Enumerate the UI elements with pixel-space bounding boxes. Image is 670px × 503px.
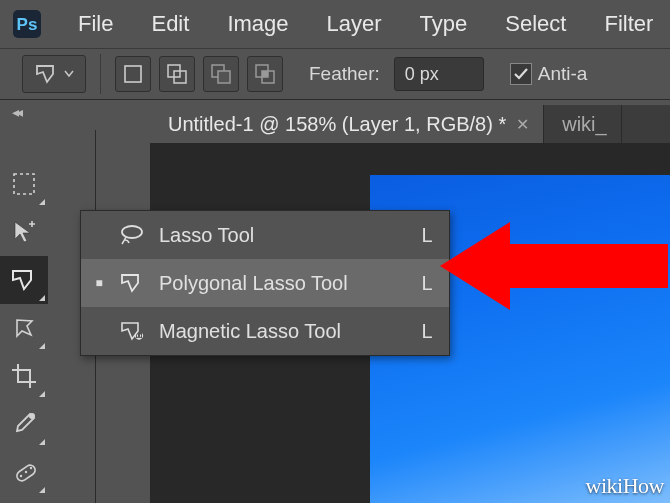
lasso-flyout: Lasso Tool L ■ Polygonal Lasso Tool L Ma… <box>80 210 450 356</box>
flyout-magnetic-lasso[interactable]: Magnetic Lasso Tool L <box>81 307 449 355</box>
menu-layer[interactable]: Layer <box>323 7 386 41</box>
antialias-label: Anti-a <box>538 63 588 85</box>
selection-add[interactable] <box>159 56 195 92</box>
antialias-checkbox[interactable] <box>510 63 532 85</box>
tool-healing[interactable] <box>0 448 48 496</box>
magnetic-lasso-icon <box>117 316 147 346</box>
tool-eyedropper[interactable] <box>0 400 48 448</box>
svg-point-13 <box>20 475 22 477</box>
polygonal-lasso-icon <box>117 268 147 298</box>
tool-crop[interactable] <box>0 352 48 400</box>
tool-brush[interactable] <box>0 496 48 503</box>
selection-new[interactable] <box>115 56 151 92</box>
app-logo: Ps <box>10 7 44 41</box>
flyout-shortcut: L <box>417 224 437 247</box>
flyout-polygonal-lasso[interactable]: ■ Polygonal Lasso Tool L <box>81 259 449 307</box>
close-icon[interactable]: ✕ <box>516 115 529 134</box>
svg-rect-10 <box>14 174 34 194</box>
document-tab-inactive[interactable]: wiki_ <box>544 105 621 143</box>
svg-point-11 <box>29 413 35 419</box>
svg-marker-20 <box>440 222 668 310</box>
selection-intersect[interactable] <box>247 56 283 92</box>
flyout-marker: ■ <box>93 276 105 290</box>
tab-title: Untitled-1 @ 158% (Layer 1, RGB/8) * <box>168 113 506 136</box>
svg-rect-2 <box>125 66 141 82</box>
tool-marquee[interactable] <box>0 160 48 208</box>
selection-subtract[interactable] <box>203 56 239 92</box>
svg-point-19 <box>122 226 142 238</box>
lasso-icon <box>117 220 147 250</box>
tool-lasso[interactable] <box>0 256 48 304</box>
panel-collapse[interactable]: ◂◂ <box>12 104 42 124</box>
menu-filter[interactable]: Filter <box>600 7 657 41</box>
menu-file[interactable]: File <box>74 7 117 41</box>
feather-input[interactable] <box>394 57 484 91</box>
flyout-shortcut: L <box>417 272 437 295</box>
menu-select[interactable]: Select <box>501 7 570 41</box>
feather-label: Feather: <box>309 63 380 85</box>
tool-move[interactable] <box>0 208 48 256</box>
tool-preset-picker[interactable] <box>22 55 86 93</box>
menu-image[interactable]: Image <box>223 7 292 41</box>
svg-point-14 <box>25 471 27 473</box>
flyout-label: Lasso Tool <box>159 224 405 247</box>
tool-quick-select[interactable] <box>0 304 48 352</box>
svg-rect-6 <box>218 71 230 83</box>
menu-edit[interactable]: Edit <box>147 7 193 41</box>
svg-text:Ps: Ps <box>17 15 38 34</box>
svg-point-15 <box>30 467 32 469</box>
flyout-label: Magnetic Lasso Tool <box>159 320 405 343</box>
document-tab-active[interactable]: Untitled-1 @ 158% (Layer 1, RGB/8) * ✕ <box>150 105 544 143</box>
callout-arrow <box>440 216 670 320</box>
watermark: wikiHow <box>586 473 664 499</box>
flyout-lasso[interactable]: Lasso Tool L <box>81 211 449 259</box>
tab-title: wiki_ <box>562 113 606 136</box>
flyout-label: Polygonal Lasso Tool <box>159 272 405 295</box>
flyout-shortcut: L <box>417 320 437 343</box>
svg-rect-9 <box>262 71 268 77</box>
menu-type[interactable]: Type <box>416 7 472 41</box>
